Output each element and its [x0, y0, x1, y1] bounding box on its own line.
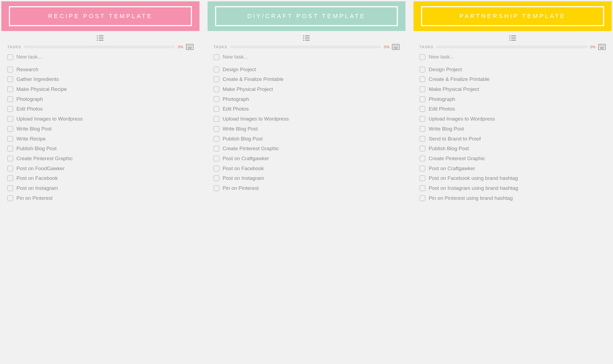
task-text[interactable]: Write Blog Post: [223, 126, 258, 132]
task-checkbox[interactable]: [7, 116, 13, 122]
task-item[interactable]: Post on Facebook using brand hashtag: [419, 175, 606, 182]
task-text[interactable]: Write Blog Post: [16, 126, 52, 132]
task-text[interactable]: Post on FoodGawker: [16, 165, 64, 172]
task-text[interactable]: Write Blog Post: [429, 126, 464, 132]
task-checkbox[interactable]: [419, 86, 425, 92]
task-checkbox[interactable]: [213, 67, 219, 73]
task-checkbox[interactable]: [419, 136, 425, 142]
task-checkbox[interactable]: [213, 126, 219, 132]
task-item[interactable]: Edit Photos: [419, 106, 606, 112]
list-icon[interactable]: [97, 35, 104, 41]
task-item[interactable]: Post on Craftgawker: [419, 165, 606, 172]
task-text[interactable]: Upload Images to Wordpress: [16, 116, 83, 122]
task-checkbox[interactable]: [419, 116, 425, 122]
task-checkbox[interactable]: [419, 156, 425, 162]
task-text[interactable]: Write Recipe: [16, 136, 46, 142]
task-text[interactable]: Post on Instagram: [16, 185, 58, 192]
task-text[interactable]: Research: [16, 66, 38, 73]
task-text[interactable]: Upload Images to Wordpress: [429, 116, 495, 122]
task-text[interactable]: Publish Blog Post: [223, 136, 263, 142]
task-item[interactable]: Upload Images to Wordpress: [213, 116, 400, 122]
task-checkbox[interactable]: [419, 146, 425, 152]
task-item[interactable]: Create Pinterest Graphic: [213, 145, 400, 152]
keyboard-icon[interactable]: [598, 44, 606, 50]
task-checkbox[interactable]: [213, 175, 219, 181]
task-item[interactable]: Post on Facebook: [213, 165, 400, 172]
task-checkbox[interactable]: [7, 96, 13, 102]
task-item[interactable]: Make Physical Project: [213, 86, 400, 93]
task-text[interactable]: Photograph: [16, 96, 43, 103]
task-item[interactable]: Research: [7, 66, 194, 73]
task-checkbox[interactable]: [7, 195, 13, 201]
new-task-placeholder[interactable]: New task...: [16, 54, 42, 60]
keyboard-icon[interactable]: [186, 44, 194, 50]
task-item[interactable]: Make Physical Recipe: [7, 86, 194, 93]
task-item[interactable]: Publish Blog Post: [213, 136, 400, 142]
task-text[interactable]: Photograph: [429, 96, 455, 103]
task-item[interactable]: Create & Finalize Printable: [419, 76, 606, 83]
task-item[interactable]: Publish Blog Post: [7, 145, 194, 152]
task-checkbox[interactable]: [7, 76, 13, 82]
task-item[interactable]: Pin on Pinterest: [213, 185, 400, 192]
task-checkbox[interactable]: [7, 86, 13, 92]
task-text[interactable]: Post on Facebook using brand hashtag: [429, 175, 518, 182]
task-item[interactable]: Photograph: [7, 96, 194, 103]
task-text[interactable]: Send to Brand to Proof: [429, 136, 481, 142]
task-checkbox[interactable]: [419, 67, 425, 73]
task-item[interactable]: Edit Photos: [7, 106, 194, 112]
new-task-placeholder[interactable]: New task...: [429, 54, 454, 60]
task-item[interactable]: Write Blog Post: [7, 126, 194, 132]
task-item[interactable]: Post on Instagram: [213, 175, 400, 182]
task-text[interactable]: Make Physical Project: [223, 86, 273, 93]
task-checkbox[interactable]: [419, 166, 425, 171]
task-checkbox[interactable]: [419, 54, 425, 60]
task-item[interactable]: Post on FoodGawker: [7, 165, 194, 172]
task-checkbox[interactable]: [213, 86, 219, 92]
task-text[interactable]: Edit Photos: [16, 106, 43, 112]
task-checkbox[interactable]: [7, 175, 13, 181]
task-checkbox[interactable]: [213, 96, 219, 102]
task-text[interactable]: Post on Instagram using brand hashtag: [429, 185, 518, 192]
task-checkbox[interactable]: [419, 126, 425, 132]
task-checkbox[interactable]: [213, 106, 219, 112]
task-text[interactable]: Create & Finalize Printable: [429, 76, 490, 83]
task-item[interactable]: Edit Photos: [213, 106, 400, 112]
task-item[interactable]: Post on Instagram using brand hashtag: [419, 185, 606, 192]
task-text[interactable]: Upload Images to Wordpress: [223, 116, 289, 122]
new-task-row[interactable]: New task...: [7, 54, 194, 60]
task-checkbox[interactable]: [213, 146, 219, 152]
task-text[interactable]: Create Pinterest Graphic: [16, 155, 73, 162]
task-item[interactable]: Create & Finalize Printable: [213, 76, 400, 83]
task-item[interactable]: Send to Brand to Proof: [419, 136, 606, 142]
task-item[interactable]: Write Blog Post: [213, 126, 400, 132]
task-text[interactable]: Post on Instagram: [223, 175, 264, 182]
task-text[interactable]: Create & Finalize Printable: [223, 76, 284, 83]
task-text[interactable]: Publish Blog Post: [429, 145, 469, 152]
task-text[interactable]: Post on Facebook: [223, 165, 264, 172]
task-text[interactable]: Make Physical Project: [429, 86, 479, 93]
task-checkbox[interactable]: [213, 116, 219, 122]
task-text[interactable]: Gather Ingredients: [16, 76, 59, 83]
task-item[interactable]: Post on Craftgawker: [213, 155, 400, 162]
task-checkbox[interactable]: [419, 76, 425, 82]
task-checkbox[interactable]: [213, 185, 219, 191]
task-checkbox[interactable]: [419, 195, 425, 201]
list-icon[interactable]: [303, 35, 310, 41]
task-text[interactable]: Pin on Pinterest: [223, 185, 259, 192]
task-text[interactable]: Edit Photos: [429, 106, 455, 112]
task-checkbox[interactable]: [213, 136, 219, 142]
task-item[interactable]: Pin on Pinterest using brand hashtag: [419, 195, 606, 202]
task-text[interactable]: Make Physical Recipe: [16, 86, 67, 93]
task-item[interactable]: Publish Blog Post: [419, 145, 606, 152]
task-item[interactable]: Upload Images to Wordpress: [419, 116, 606, 122]
task-checkbox[interactable]: [7, 126, 13, 132]
task-item[interactable]: Write Recipe: [7, 136, 194, 142]
task-checkbox[interactable]: [419, 106, 425, 112]
new-task-row[interactable]: New task...: [419, 54, 606, 60]
task-text[interactable]: Photograph: [223, 96, 249, 103]
task-text[interactable]: Create Pinterest Graphic: [429, 155, 485, 162]
task-text[interactable]: Post on Facebook: [16, 175, 58, 182]
task-checkbox[interactable]: [213, 54, 219, 60]
keyboard-icon[interactable]: [392, 44, 400, 50]
task-text[interactable]: Post on Craftgawker: [223, 155, 269, 162]
